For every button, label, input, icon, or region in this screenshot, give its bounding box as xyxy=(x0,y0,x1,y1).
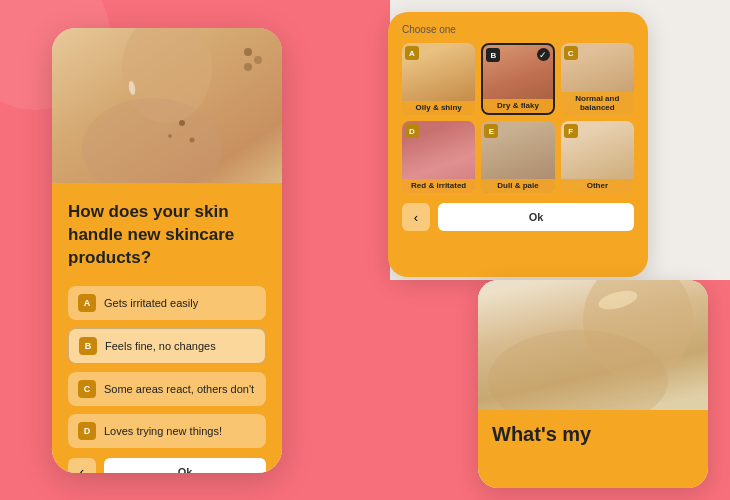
skin-badge-d: D xyxy=(405,124,419,138)
answer-badge-c: C xyxy=(78,380,96,398)
skin-cell-c[interactable]: CNormal and balanced xyxy=(561,43,634,115)
answer-text-a: Gets irritated easily xyxy=(104,297,198,309)
choose-one-label: Choose one xyxy=(402,24,634,35)
skin-badge-c: C xyxy=(564,46,578,60)
skin-badge-b: B xyxy=(486,48,500,62)
skin-cell-b[interactable]: B✓Dry & flaky xyxy=(481,43,554,115)
answer-badge-a: A xyxy=(78,294,96,312)
answer-option-b[interactable]: B Feels fine, no changes xyxy=(68,328,266,364)
svg-point-5 xyxy=(190,138,195,143)
answer-option-d[interactable]: D Loves trying new things! xyxy=(68,414,266,448)
checkmark-b: ✓ xyxy=(537,48,550,61)
answer-badge-d: D xyxy=(78,422,96,440)
right-bottom-text-area: What's my xyxy=(478,410,708,488)
phone-card-left: How does your skin handle new skincare p… xyxy=(52,28,282,473)
skin-cell-f[interactable]: FOther xyxy=(561,121,634,193)
skin-badge-f: F xyxy=(564,124,578,138)
skin-photo-left xyxy=(52,28,282,183)
skin-type-grid: AOily & shinyB✓Dry & flakyCNormal and ba… xyxy=(402,43,634,193)
answer-text-b: Feels fine, no changes xyxy=(105,340,216,352)
phone-card-middle: Choose one AOily & shinyB✓Dry & flakyCNo… xyxy=(388,12,648,277)
skin-badge-e: E xyxy=(484,124,498,138)
skin-cell-d[interactable]: DRed & irritated xyxy=(402,121,475,193)
skin-cell-a[interactable]: AOily & shiny xyxy=(402,43,475,115)
skin-name-d: Red & irritated xyxy=(402,179,475,193)
skin-name-e: Dull & pale xyxy=(481,179,554,193)
skin-name-a: Oily & shiny xyxy=(402,101,475,115)
skin-name-f: Other xyxy=(561,179,634,193)
back-button-middle[interactable]: ‹ xyxy=(402,203,430,231)
ok-button-middle[interactable]: Ok xyxy=(438,203,634,231)
answer-badge-b: B xyxy=(79,337,97,355)
skin-photo-right-bottom xyxy=(478,280,708,410)
skin-name-b: Dry & flaky xyxy=(483,99,552,113)
back-button-left[interactable]: ‹ xyxy=(68,458,96,473)
answer-text-d: Loves trying new things! xyxy=(104,425,222,437)
tagline-text: What's my xyxy=(492,422,591,446)
skin-cell-e[interactable]: EDull & pale xyxy=(481,121,554,193)
skin-badge-a: A xyxy=(405,46,419,60)
svg-point-6 xyxy=(168,134,172,138)
answer-option-a[interactable]: A Gets irritated easily xyxy=(68,286,266,320)
phone-left-content: How does your skin handle new skincare p… xyxy=(52,183,282,473)
answer-option-c[interactable]: C Some areas react, others don't xyxy=(68,372,266,406)
phone-card-right-bottom: What's my xyxy=(478,280,708,488)
answer-text-c: Some areas react, others don't xyxy=(104,383,254,395)
question-text: How does your skin handle new skincare p… xyxy=(68,201,266,270)
svg-point-4 xyxy=(179,120,185,126)
nav-bar-left: ‹ Ok xyxy=(68,458,266,473)
answers-list: A Gets irritated easily B Feels fine, no… xyxy=(68,286,266,448)
nav-bar-middle: ‹ Ok xyxy=(402,203,634,231)
ok-button-left[interactable]: Ok xyxy=(104,458,266,473)
skin-name-c: Normal and balanced xyxy=(561,92,634,115)
